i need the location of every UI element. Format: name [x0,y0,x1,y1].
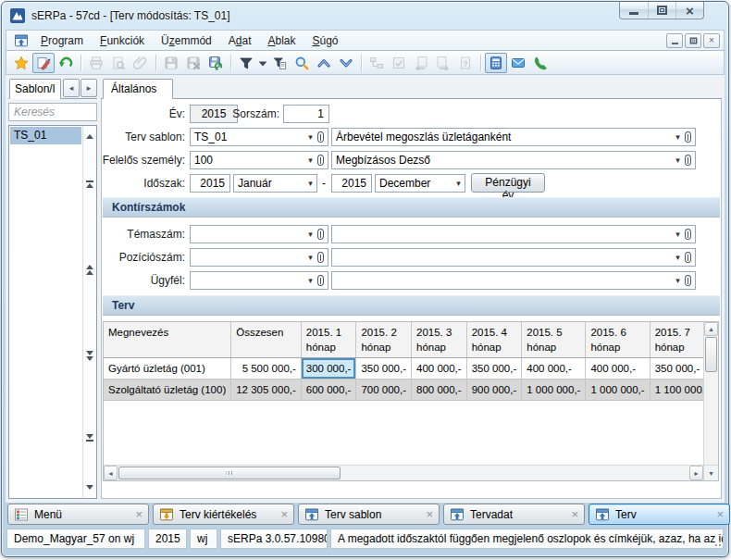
save-cancel-button[interactable] [182,53,204,73]
dropdown-arrow-icon[interactable]: ▾ [672,156,684,165]
mdi-close-button[interactable]: × [703,33,720,48]
scroll-down-arrow[interactable]: ▾ [703,465,718,480]
tab-close-icon[interactable]: × [135,508,142,520]
scroll-up-button[interactable] [83,130,96,143]
chevron-down-button[interactable] [335,53,357,73]
grid-cell[interactable]: 1 000 000,- [586,380,650,401]
chevron-up-button[interactable] [313,53,335,73]
idoszak-to-month-combo[interactable]: December ▾ [375,174,465,193]
sidebar-tab-sablon[interactable]: Sablon/l [9,79,61,99]
filter-remove-button[interactable] [268,53,291,73]
grid-cell[interactable]: 400 000,- [586,358,650,380]
paperclip-icon[interactable] [317,275,324,286]
bottom-tab-tervadat[interactable]: Tervadat× [443,504,585,525]
scroll-first-button[interactable] [83,178,96,191]
sorszam-field[interactable] [283,105,329,123]
column-header[interactable]: 2015. 4 hónap [466,322,522,358]
scroll-up-arrow[interactable]: ▴ [704,322,718,336]
tab-scroll-right-button[interactable]: ▸ [81,79,97,97]
grid-cell[interactable]: 5 500 000,- [231,358,302,380]
bottom-tab-menu-[interactable]: Menü× [7,504,149,525]
grid-cell[interactable]: 350 000,- [650,358,703,380]
temaszam-code-combo[interactable]: ▾ [190,225,328,243]
dropdown-arrow-icon[interactable]: ▾ [672,276,684,285]
dropdown-arrow-icon[interactable]: ▾ [672,132,684,142]
column-header[interactable]: 2015. 5 hónap [522,322,586,358]
vertical-scroll-thumb[interactable] [705,337,717,372]
column-header[interactable]: 2015. 2 hónap [356,322,412,358]
grid-cell[interactable]: 350 000,- [356,358,412,380]
poziciszam-code-combo[interactable]: ▾ [190,248,328,267]
menu-item-adat[interactable]: Adat [220,31,260,50]
column-header[interactable]: 2015. 7 hónap [650,322,703,358]
grid-cell[interactable]: 900 000,- [466,380,522,401]
dropdown-arrow-icon[interactable]: ▾ [304,132,316,142]
filter-dropdown-button[interactable] [257,53,268,73]
menu-item-program[interactable]: Program [32,31,92,50]
paperclip-icon[interactable] [685,131,691,143]
dropdown-arrow-icon[interactable]: ▾ [304,253,316,262]
paperclip-icon[interactable] [317,252,324,263]
tab-close-icon[interactable]: × [716,508,724,520]
terv-sablon-code-combo[interactable]: TS_01 ▾ [190,128,328,146]
column-header[interactable]: 2015. 1 hónap [301,322,356,358]
scroll-right-arrow[interactable]: ▸ [689,466,703,480]
search-input[interactable] [8,103,97,121]
page-up-button[interactable] [83,264,96,277]
felelos-name-combo[interactable]: Megbízásos Dezső ▾ [331,151,696,169]
page-down-button[interactable] [83,349,96,362]
doc-question-button[interactable]: ? [454,53,477,73]
temaszam-name-combo[interactable]: ▾ [331,225,696,243]
paperclip-icon[interactable] [317,131,324,143]
tab-close-icon[interactable]: × [426,508,433,520]
search-button[interactable] [291,53,313,73]
print-button[interactable] [85,53,107,73]
mail-button[interactable] [507,53,529,73]
hierarchy-button[interactable] [366,53,388,73]
mdi-minimize-button[interactable] [666,33,683,48]
paperclip-icon[interactable] [685,275,691,286]
favorites-star-button[interactable] [10,53,32,73]
grid-cell[interactable]: 400 000,- [412,358,467,380]
paperclip-icon[interactable] [317,155,324,166]
grid-cell[interactable]: 300 000,- [301,358,356,380]
vertical-scrollbar[interactable]: ▴ [703,322,718,465]
scroll-last-button[interactable] [83,431,96,444]
calculator-button[interactable] [485,53,507,73]
save-button[interactable] [160,53,182,73]
tab-close-icon[interactable]: × [571,508,578,520]
ugyfel-code-combo[interactable]: ▾ [190,271,328,290]
column-header[interactable]: Összesen [231,322,302,358]
paperclip-icon[interactable] [685,155,691,166]
filter-button[interactable] [235,53,257,73]
minimize-button[interactable] [620,2,648,19]
resize-grip[interactable] [712,537,721,546]
grid-cell[interactable]: 400 000,- [522,358,586,380]
poziciszam-name-combo[interactable]: ▾ [331,248,696,267]
list-item-ts_01[interactable]: TS_01 [10,127,81,144]
dropdown-arrow-icon[interactable]: ▾ [672,230,684,239]
edit-record-button[interactable] [32,53,55,73]
horizontal-scroll-thumb[interactable] [118,467,341,479]
grid-cell[interactable]: 1 100 000,- [650,380,703,401]
penzugyi-ev-button[interactable]: Pénzügyi év [471,173,545,193]
copy-next-button[interactable] [432,53,454,73]
rollback-button[interactable] [55,53,77,73]
dropdown-arrow-icon[interactable]: ▾ [304,156,316,165]
dropdown-arrow-icon[interactable]: ▾ [304,230,316,239]
horizontal-scrollbar[interactable]: ◂ ▸ [104,465,703,480]
scroll-left-arrow[interactable]: ◂ [104,466,118,480]
felelos-code-combo[interactable]: 100 ▾ [190,151,328,169]
attachment-button[interactable] [130,53,152,73]
bottom-tab-terv[interactable]: Terv× [589,504,730,525]
bottom-tab-terv-kie-rte-kele-s[interactable]: Terv kiértékelés× [153,504,294,525]
copy-prev-button[interactable] [410,53,432,73]
tab-close-icon[interactable]: × [280,508,288,520]
dropdown-arrow-icon[interactable]: ▾ [304,276,316,285]
grid-cell[interactable]: 12 305 000,- [231,380,302,401]
grid-cell[interactable]: 350 000,- [466,358,522,380]
bottom-tab-terv-sablon[interactable]: Terv sablon× [298,504,440,525]
paperclip-icon[interactable] [317,229,324,240]
column-header[interactable]: 2015. 3 hónap [412,322,467,358]
grid-cell[interactable]: 1 000 000,- [522,380,586,401]
